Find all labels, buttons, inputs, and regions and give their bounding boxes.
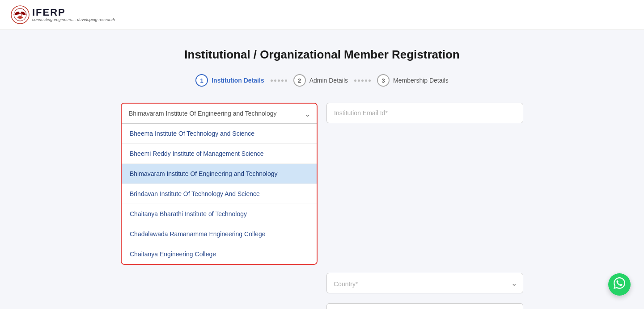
dot (274, 79, 276, 82)
stepper: 1 Institution Details 2 Admin Details 3 … (195, 74, 449, 87)
step-2-label: Admin Details (309, 77, 348, 84)
institution-email-input[interactable] (326, 103, 523, 123)
institution-dropdown-highlighted: Select Institution Bheema Institute Of T… (121, 103, 318, 265)
dot (278, 79, 280, 82)
dot (358, 79, 360, 82)
dot (354, 79, 356, 82)
page-title: Institutional / Organizational Member Re… (184, 48, 459, 62)
country-col (121, 273, 318, 295)
logo: IFERP connecting engineers... developing… (11, 5, 115, 24)
dropdown-item-6[interactable]: Chadalawada Ramanamma Engineering Colleg… (122, 224, 317, 244)
select-institution-wrapper: Select Institution Bheema Institute Of T… (122, 104, 317, 124)
logo-name: IFERP (32, 8, 115, 17)
step-1: 1 Institution Details (195, 74, 264, 87)
dropdown-item-4[interactable]: Brindavan Institute Of Technology And Sc… (122, 184, 317, 204)
institution-select-col: Select Institution Bheema Institute Of T… (121, 103, 318, 265)
country-select-col: ⌄ Country* (326, 273, 523, 295)
step-3-label: Membership Details (393, 77, 449, 84)
step-2-circle: 2 (293, 74, 306, 87)
city-select-col: ⌄ City* (326, 303, 523, 309)
form-row-1: Select Institution Bheema Institute Of T… (121, 103, 523, 265)
select-institution[interactable]: Select Institution Bheema Institute Of T… (122, 104, 317, 124)
country-wrapper: ⌄ (326, 273, 523, 293)
whatsapp-button[interactable] (608, 273, 631, 296)
svg-point-5 (19, 13, 21, 16)
form-row-3: ⌄ City* (121, 303, 523, 309)
dot (369, 79, 371, 82)
step-dots-1 (271, 79, 287, 82)
dropdown-item-3[interactable]: Bhimavaram Institute Of Engineering and … (122, 164, 317, 184)
whatsapp-icon (614, 277, 625, 292)
logo-tagline: connecting engineers... developing resea… (32, 17, 115, 22)
dot (271, 79, 273, 82)
dot (281, 79, 284, 82)
dropdown-item-7[interactable]: Chaitanya Engineering College (122, 244, 317, 264)
svg-point-4 (17, 16, 23, 19)
step-3-circle: 3 (377, 74, 390, 87)
city-wrapper: ⌄ (326, 303, 523, 309)
form-area: Select Institution Bheema Institute Of T… (121, 103, 523, 309)
empty-col-3 (121, 303, 318, 309)
header: IFERP connecting engineers... developing… (0, 0, 644, 30)
dropdown-item-1[interactable]: Bheema Institute Of Technology and Scien… (122, 124, 317, 144)
logo-icon (11, 5, 30, 24)
dot (365, 79, 367, 82)
step-3: 3 Membership Details (377, 74, 449, 87)
form-row-2: ⌄ Country* (121, 273, 523, 295)
step-1-circle: 1 (195, 74, 208, 87)
city-select[interactable] (326, 303, 523, 309)
main-content: Institutional / Organizational Member Re… (0, 30, 644, 309)
step-2: 2 Admin Details (293, 74, 348, 87)
institution-email-col (326, 103, 523, 265)
dot (361, 79, 364, 82)
dot (285, 79, 287, 82)
logo-text: IFERP connecting engineers... developing… (32, 8, 115, 22)
dropdown-item-5[interactable]: Chaitanya Bharathi Institute of Technolo… (122, 204, 317, 224)
country-select[interactable] (326, 273, 523, 293)
step-dots-2 (354, 79, 371, 82)
institution-dropdown-list: Bheema Institute Of Technology and Scien… (122, 124, 317, 264)
dropdown-item-2[interactable]: Bheemi Reddy Institute of Management Sci… (122, 144, 317, 164)
step-1-label: Institution Details (212, 77, 264, 84)
